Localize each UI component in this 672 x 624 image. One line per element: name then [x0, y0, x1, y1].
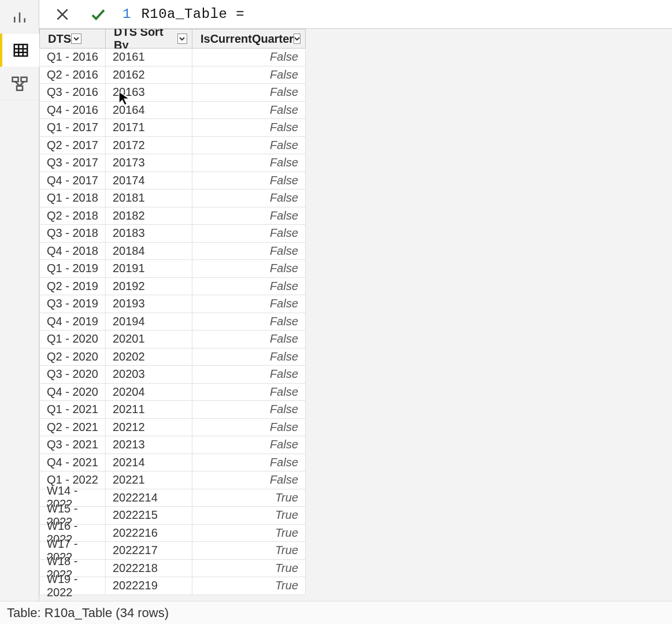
cell-icq[interactable]: False — [192, 454, 306, 472]
cell-dts[interactable]: Q1 - 2018 — [39, 190, 106, 207]
table-row[interactable]: Q4 - 202120214False — [39, 454, 306, 472]
cell-dts[interactable]: Q4 - 2019 — [39, 313, 106, 331]
cell-sort[interactable]: 20194 — [106, 313, 192, 331]
cell-dts[interactable]: Q4 - 2021 — [39, 454, 106, 472]
cell-icq[interactable]: False — [192, 49, 306, 66]
cell-icq[interactable]: False — [192, 190, 306, 207]
cell-dts[interactable]: Q1 - 2019 — [39, 260, 106, 278]
cell-icq[interactable]: False — [192, 295, 306, 313]
cell-dts[interactable]: Q2 - 2020 — [39, 348, 106, 366]
table-row[interactable]: Q2 - 201720172False — [39, 137, 306, 155]
cell-sort[interactable]: 20204 — [106, 384, 192, 402]
cell-dts[interactable]: Q3 - 2021 — [39, 436, 106, 454]
cell-dts[interactable]: Q2 - 2018 — [39, 207, 106, 225]
nav-data-button[interactable] — [0, 34, 39, 67]
cell-sort[interactable]: 2022219 — [106, 577, 192, 595]
col-filter-icq[interactable] — [294, 34, 300, 44]
nav-report-button[interactable] — [0, 0, 39, 34]
cell-icq[interactable]: True — [192, 560, 306, 578]
cell-icq[interactable]: False — [192, 278, 306, 296]
cell-sort[interactable]: 20162 — [106, 66, 192, 84]
cell-sort[interactable]: 20174 — [106, 172, 192, 190]
cell-icq[interactable]: False — [192, 172, 306, 190]
cell-icq[interactable]: False — [192, 401, 306, 419]
cell-sort[interactable]: 20203 — [106, 366, 192, 384]
cell-sort[interactable]: 20164 — [106, 102, 192, 120]
cell-icq[interactable]: False — [192, 419, 306, 437]
cell-dts[interactable]: Q2 - 2016 — [39, 66, 106, 84]
cell-icq[interactable]: True — [192, 489, 306, 507]
table-row[interactable]: Q4 - 201620164False — [39, 102, 306, 120]
cell-dts[interactable]: Q1 - 2021 — [39, 401, 106, 419]
cell-sort[interactable]: 20183 — [106, 225, 192, 243]
cell-icq[interactable]: False — [192, 313, 306, 331]
cell-icq[interactable]: False — [192, 225, 306, 243]
table-row[interactable]: Q4 - 201720174False — [39, 172, 306, 190]
cell-icq[interactable]: False — [192, 348, 306, 366]
cell-sort[interactable]: 2022215 — [106, 507, 192, 525]
cell-dts[interactable]: Q1 - 2017 — [39, 119, 106, 137]
cell-dts[interactable]: Q1 - 2016 — [39, 49, 106, 66]
cell-sort[interactable]: 2022217 — [106, 542, 192, 560]
col-header-icq[interactable]: IsCurrentQuarter — [192, 29, 306, 49]
cell-icq[interactable]: False — [192, 137, 306, 155]
cell-sort[interactable]: 2022216 — [106, 525, 192, 543]
cell-dts[interactable]: W19 - 2022 — [39, 577, 106, 595]
cell-dts[interactable]: Q2 - 2019 — [39, 278, 106, 296]
cell-sort[interactable]: 20202 — [106, 348, 192, 366]
cell-icq[interactable]: True — [192, 507, 306, 525]
table-row[interactable]: Q2 - 202120212False — [39, 419, 306, 437]
cell-icq[interactable]: True — [192, 525, 306, 543]
cell-dts[interactable]: Q3 - 2016 — [39, 84, 106, 102]
commit-formula-button[interactable] — [87, 3, 110, 26]
table-row[interactable]: Q1 - 201720171False — [39, 119, 306, 137]
cell-icq[interactable]: False — [192, 243, 306, 261]
cell-sort[interactable]: 20214 — [106, 454, 192, 472]
cell-sort[interactable]: 20161 — [106, 49, 192, 66]
cell-sort[interactable]: 20193 — [106, 295, 192, 313]
cell-dts[interactable]: Q2 - 2017 — [39, 137, 106, 155]
table-row[interactable]: Q3 - 202020203False — [39, 366, 306, 384]
table-row[interactable]: Q1 - 202120211False — [39, 401, 306, 419]
cell-icq[interactable]: False — [192, 207, 306, 225]
table-row[interactable]: Q3 - 201620163False — [39, 84, 306, 102]
cell-icq[interactable]: False — [192, 119, 306, 137]
cell-dts[interactable]: Q3 - 2018 — [39, 225, 106, 243]
cell-sort[interactable]: 20184 — [106, 243, 192, 261]
cell-sort[interactable]: 20201 — [106, 330, 192, 348]
table-row[interactable]: Q4 - 201920194False — [39, 313, 306, 331]
table-row[interactable]: Q4 - 202020204False — [39, 384, 306, 402]
cell-icq[interactable]: True — [192, 542, 306, 560]
cell-dts[interactable]: Q4 - 2016 — [39, 102, 106, 120]
cell-dts[interactable]: Q4 - 2017 — [39, 172, 106, 190]
cell-icq[interactable]: False — [192, 471, 306, 489]
table-row[interactable]: Q3 - 202120213False — [39, 436, 306, 454]
table-row[interactable]: Q4 - 201820184False — [39, 243, 306, 261]
table-row[interactable]: Q1 - 201820181False — [39, 190, 306, 207]
cancel-formula-button[interactable] — [51, 3, 74, 26]
table-row[interactable]: Q1 - 201620161False — [39, 49, 306, 66]
cell-dts[interactable]: Q3 - 2017 — [39, 154, 106, 172]
table-row[interactable]: Q2 - 202020202False — [39, 348, 306, 366]
table-row[interactable]: Q3 - 201920193False — [39, 295, 306, 313]
cell-dts[interactable]: Q1 - 2020 — [39, 330, 106, 348]
cell-icq[interactable]: False — [192, 384, 306, 402]
table-row[interactable]: Q3 - 201820183False — [39, 225, 306, 243]
cell-icq[interactable]: False — [192, 154, 306, 172]
cell-sort[interactable]: 20172 — [106, 137, 192, 155]
cell-sort[interactable]: 20181 — [106, 190, 192, 207]
cell-sort[interactable]: 20182 — [106, 207, 192, 225]
cell-dts[interactable]: Q2 - 2021 — [39, 419, 106, 437]
cell-sort[interactable]: 2022214 — [106, 489, 192, 507]
cell-icq[interactable]: False — [192, 436, 306, 454]
cell-icq[interactable]: False — [192, 84, 306, 102]
cell-sort[interactable]: 20171 — [106, 119, 192, 137]
cell-icq[interactable]: True — [192, 577, 306, 595]
table-row[interactable]: Q1 - 201920191False — [39, 260, 306, 278]
cell-sort[interactable]: 20192 — [106, 278, 192, 296]
table-row[interactable]: Q2 - 201620162False — [39, 66, 306, 84]
cell-sort[interactable]: 20212 — [106, 419, 192, 437]
col-header-sort[interactable]: DTS Sort By — [106, 29, 192, 49]
cell-dts[interactable]: Q3 - 2019 — [39, 295, 106, 313]
cell-icq[interactable]: False — [192, 260, 306, 278]
